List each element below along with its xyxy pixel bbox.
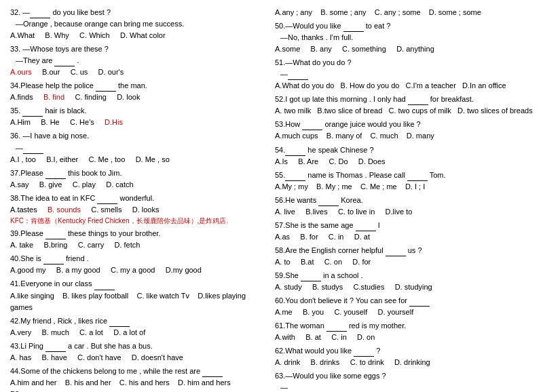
left-column: 32. — do you like best ? —Orange , becau… (10, 7, 268, 392)
q32: 32. — do you like best ? —Orange , becau… (10, 7, 268, 41)
q50: 50.—Would you like to eat ? —No, thanks … (275, 20, 533, 55)
q37: 37.Please this book to Jim. A.say B. giv… (10, 168, 268, 191)
q51: 51.—What do you do ? — A.What do you do … (275, 57, 533, 92)
q41: 41.Everyone in our class A.like singing … (10, 278, 268, 313)
q56: 56.He wants Korea. A. live B.lives C. to… (275, 195, 533, 218)
q54: 54. he speak Chinese ? A.Is B. Are C. Do… (275, 144, 533, 168)
q36: 36. —I have a big nose. — A.I , too B.I,… (10, 130, 268, 165)
q52: 52.I got up late this morning . I only h… (275, 94, 533, 117)
page-content: 32. — do you like best ? —Orange , becau… (10, 7, 533, 392)
q44: 44.Some of the chickens belong to me , w… (10, 366, 268, 392)
q61: 61.The woman red is my mother. A.with B.… (275, 320, 533, 343)
q35: 35. hair is black. A.Him B. He C. He's D… (10, 105, 268, 128)
q33: 33. —Whose toys are these ? —They are . … (10, 43, 268, 78)
q40: 40.She is friend . A.good my B. a my goo… (10, 253, 268, 276)
q38: 38.The idea to eat in KFC wonderful. A.t… (10, 193, 268, 227)
q59: 59.She in a school . A. study B. studys … (275, 270, 533, 293)
q39: 39.Please these things to your brother. … (10, 228, 268, 251)
q42: 42.My friend , Rick , likes rice A.very … (10, 315, 268, 338)
right-column: A.any ; any B. some ; any C. any ; some … (275, 7, 533, 392)
q63: 63.—Would you like some eggs ? — A.Well … (275, 370, 533, 392)
q43: 43.Li Ping a car . But she has a bus. A.… (10, 340, 268, 364)
q55: 55. name is Thomas . Please call Tom. A.… (275, 170, 533, 193)
q57: 57.She is the same age I A.as B. for C. … (275, 220, 533, 243)
q58: 58.Are the English corner helpful us ? A… (275, 245, 533, 268)
q53: 53.How orange juice would you like ? A.m… (275, 119, 533, 142)
q34: 34.Please help the police the man. A.fin… (10, 80, 268, 103)
q49-opts: A.any ; any B. some ; any C. any ; some … (275, 7, 533, 18)
q60: 60.You don't believe it ? You can see fo… (275, 295, 533, 318)
q62: 62.What would you like ? A. drink B. dri… (275, 345, 533, 368)
